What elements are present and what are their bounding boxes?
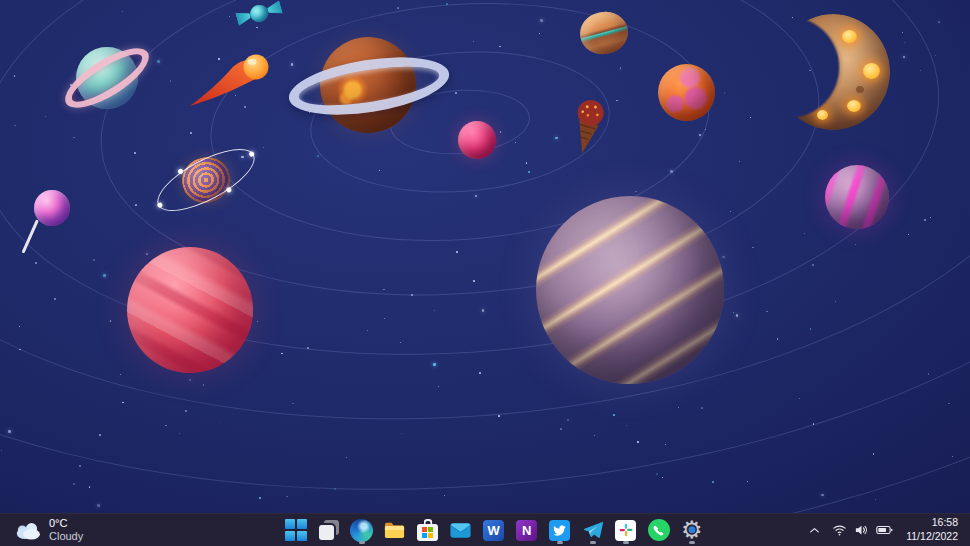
weather-condition: Cloudy bbox=[49, 530, 83, 543]
word-icon: W bbox=[483, 520, 504, 541]
telegram-icon bbox=[582, 519, 604, 541]
taskbar-edge-button[interactable] bbox=[347, 515, 377, 545]
onenote-icon: N bbox=[516, 520, 537, 541]
cloud-icon bbox=[14, 520, 42, 540]
lollipop bbox=[34, 190, 70, 226]
strawberry-swirl-planet bbox=[127, 247, 253, 373]
ice-cream-cone bbox=[566, 96, 612, 158]
taskbar-slack-button[interactable] bbox=[611, 515, 641, 545]
taskbar-mail-button[interactable] bbox=[446, 515, 476, 545]
taskbar-telegram-button[interactable] bbox=[578, 515, 608, 545]
settings-gear-icon: ⚙ bbox=[679, 517, 705, 543]
slack-icon bbox=[615, 520, 636, 541]
tray-chevron-up-icon[interactable] bbox=[806, 522, 823, 539]
battery-icon[interactable] bbox=[876, 523, 893, 537]
clock[interactable]: 16:58 11/12/2022 bbox=[902, 514, 962, 545]
wifi-icon[interactable] bbox=[832, 523, 847, 537]
taskbar-twitter-button[interactable] bbox=[545, 515, 575, 545]
cookie-crater bbox=[856, 86, 864, 93]
orange-marble-planet bbox=[658, 64, 715, 121]
store-icon bbox=[417, 524, 438, 541]
taskbar-dock: WN⚙ bbox=[281, 514, 707, 546]
weather-widget[interactable]: 0°C Cloudy bbox=[4, 514, 93, 546]
taskbar: 0°C Cloudy WN⚙ bbox=[0, 513, 970, 546]
taskbar-onenote-button[interactable]: N bbox=[512, 515, 542, 545]
cookie-crescent-moon bbox=[776, 14, 890, 130]
glowing-chip bbox=[842, 30, 857, 43]
taskbar-whatsapp-button[interactable] bbox=[644, 515, 674, 545]
desktop-wallpaper[interactable] bbox=[0, 0, 970, 513]
taskbar-microsoft-store-button[interactable] bbox=[413, 515, 443, 545]
desktop[interactable]: 0°C Cloudy WN⚙ bbox=[0, 0, 970, 546]
whatsapp-icon bbox=[648, 519, 670, 541]
weather-temperature: 0°C bbox=[49, 517, 83, 530]
taskbar-task-view-button[interactable] bbox=[314, 515, 344, 545]
edge-icon bbox=[350, 519, 373, 542]
magenta-taffy-planet bbox=[825, 165, 889, 229]
mail-icon bbox=[449, 519, 472, 542]
glowing-chip bbox=[817, 110, 828, 120]
comet-candy bbox=[186, 50, 278, 112]
candy-body bbox=[248, 2, 271, 23]
system-tray: 16:58 11/12/2022 bbox=[806, 514, 962, 546]
windows-logo-icon bbox=[285, 519, 307, 541]
taskbar-start-button[interactable] bbox=[281, 515, 311, 545]
taskbar-file-explorer-button[interactable] bbox=[380, 515, 410, 545]
striped-jupiter-planet bbox=[536, 196, 724, 384]
tray-date: 11/12/2022 bbox=[906, 530, 958, 544]
raspberry-planet bbox=[458, 121, 496, 159]
volume-icon[interactable] bbox=[854, 523, 869, 537]
folder-icon bbox=[383, 519, 406, 542]
task-view-icon bbox=[318, 519, 340, 541]
glowing-chip bbox=[847, 100, 861, 112]
glowing-chip bbox=[863, 63, 880, 79]
twitter-icon bbox=[549, 520, 570, 541]
taskbar-word-button[interactable]: W bbox=[479, 515, 509, 545]
tray-time: 16:58 bbox=[906, 516, 958, 530]
cookie-crater bbox=[828, 53, 838, 61]
taskbar-settings-button[interactable]: ⚙ bbox=[677, 515, 707, 545]
